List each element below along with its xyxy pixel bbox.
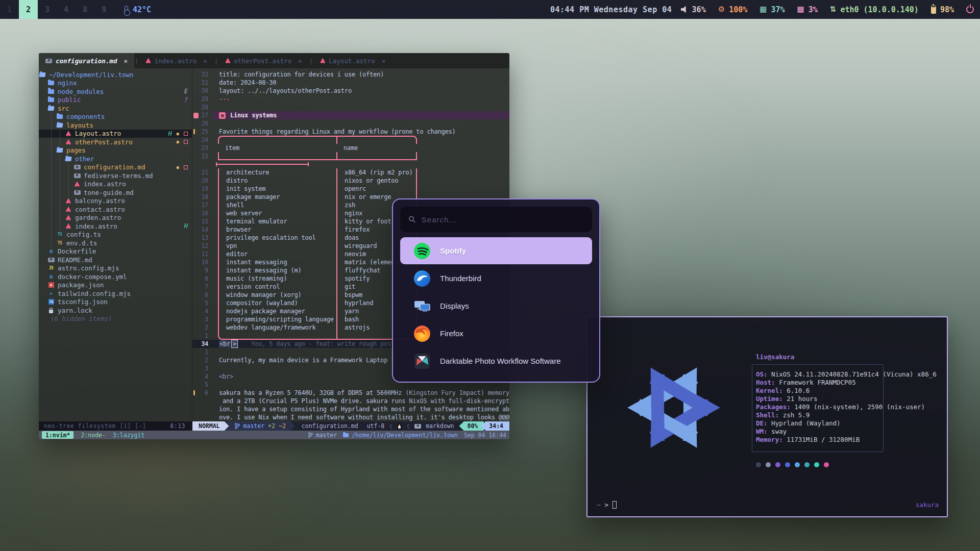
tree-item-other[interactable]: other bbox=[39, 155, 192, 163]
workspace-button-1[interactable]: 1 bbox=[0, 0, 19, 19]
astro-icon bbox=[65, 215, 72, 221]
workspace-button-2[interactable]: 2 bbox=[19, 0, 38, 19]
buffer-line[interactable]: 32title: configuration for devices i use… bbox=[192, 70, 509, 79]
network-module[interactable]: ⇅eth0 (10.0.0.140) bbox=[830, 5, 919, 14]
tree-item-index.astro[interactable]: index.astro bbox=[39, 180, 192, 189]
buffer-line[interactable]: 27▤Linux systems bbox=[192, 111, 509, 119]
tree-item-package.json[interactable]: npackage.json bbox=[39, 281, 192, 290]
neotree-file-panel[interactable]: ~/Development/liv.townnginxnode_modulesE… bbox=[39, 68, 192, 421]
indent-guide bbox=[47, 239, 56, 247]
tab-close-icon[interactable]: × bbox=[382, 57, 386, 65]
buffer-line[interactable]: 24 bbox=[192, 136, 509, 144]
line-number: 19 bbox=[192, 185, 213, 192]
tmux-window-lazygit[interactable]: 3:lazygit bbox=[113, 432, 144, 439]
workspace-button-8[interactable]: 8 bbox=[76, 0, 94, 19]
speaker-module[interactable]: 36% bbox=[681, 5, 706, 14]
fastfetch-terminal-window[interactable]: liv@sakura OS: NixOS 24.11.20240828.71e9… bbox=[586, 316, 948, 517]
launcher-item-firefox[interactable]: Firefox bbox=[400, 320, 592, 347]
line-text: sakura has a Ryzen 5 7640U, 32GB of DDR5… bbox=[213, 389, 509, 397]
launcher-item-spotify[interactable]: Spotify bbox=[400, 237, 592, 264]
fetch-row-os: OS: NixOS 24.11.20240828.71e91c4 (Vicuna… bbox=[756, 370, 937, 379]
power-module[interactable] bbox=[966, 6, 974, 13]
tree-item-pages[interactable]: pages bbox=[39, 146, 192, 155]
tree-item-astro.config.mjs[interactable]: JSastro.config.mjs bbox=[39, 264, 192, 273]
tab-otherPost.astro[interactable]: otherPost.astro× bbox=[218, 53, 308, 68]
tmux-window-node[interactable]: 2:node- bbox=[81, 432, 105, 439]
buffer-line[interactable]: 31date: 2024-08-30 bbox=[192, 79, 509, 87]
editor-tabline: Mconfiguration.md×|index.astro×|otherPos… bbox=[39, 53, 509, 68]
folder-icon bbox=[47, 88, 55, 94]
tree-item-config.ts[interactable]: TSconfig.ts bbox=[39, 231, 192, 239]
launcher-item-label: Darktable Photo Workflow Software bbox=[440, 357, 561, 365]
markdown-icon: M bbox=[45, 59, 52, 63]
tree-item-tone-guide.md[interactable]: Mtone-guide.md bbox=[39, 188, 192, 197]
launcher-item-displays[interactable]: Displays bbox=[400, 292, 592, 319]
buffer-line[interactable]: 22 bbox=[192, 152, 509, 160]
buffer-line[interactable]: 23itemname bbox=[192, 144, 509, 152]
gpu-module[interactable]: ▩3% bbox=[797, 5, 818, 14]
tree-item-node-modules[interactable]: node_modulesE bbox=[39, 87, 192, 96]
tree-item-env.d.ts[interactable]: TSenv.d.ts bbox=[39, 239, 192, 247]
tree-item-contact.astro[interactable]: contact.astro bbox=[39, 205, 192, 214]
buffer-line[interactable]: 20distronixos or gentoo bbox=[192, 177, 509, 185]
tree-item-tailwind.config.mjs[interactable]: ≈tailwind.config.mjs bbox=[39, 289, 192, 298]
launcher-search-input[interactable] bbox=[422, 215, 584, 224]
battery-module[interactable]: 98% bbox=[931, 5, 954, 14]
tree-item-Dockerfile[interactable]: ≋Dockerfile bbox=[39, 247, 192, 256]
workspace-button-3[interactable]: 3 bbox=[38, 0, 57, 19]
launcher-item-darktable[interactable]: Darktable Photo Workflow Software bbox=[400, 347, 592, 374]
line-number: 1 bbox=[192, 348, 213, 356]
tab-close-icon[interactable]: × bbox=[298, 57, 302, 65]
tree-item-src[interactable]: src bbox=[39, 104, 192, 113]
buffer-line[interactable]: 28 bbox=[192, 103, 509, 111]
tree-item-tsconfig.json[interactable]: TStsconfig.json bbox=[39, 298, 192, 307]
tree-item-index.astro[interactable]: index.astroH bbox=[39, 222, 192, 231]
tab-close-icon[interactable]: × bbox=[124, 57, 128, 65]
tree-item-otherPost.astro[interactable]: otherPost.astro● bbox=[39, 138, 192, 146]
tree-item-components[interactable]: components bbox=[39, 113, 192, 121]
buffer-line[interactable]: 26 bbox=[192, 119, 509, 128]
workspace-button-9[interactable]: 9 bbox=[94, 0, 113, 19]
tree-item--6-hidden-items-[interactable]: (6 hidden items) bbox=[39, 315, 192, 323]
buffer-line[interactable]: 29--- bbox=[192, 95, 509, 103]
tree-item-fediverse-terms.md[interactable]: Mfediverse-terms.md bbox=[39, 171, 192, 180]
tree-item-public[interactable]: public? bbox=[39, 96, 192, 105]
buffer-line[interactable]: ion. I have a setup consisting of Hyprla… bbox=[192, 405, 509, 413]
buffer-line[interactable]: 21architecturex86_64 (rip m2 pro) bbox=[192, 168, 509, 177]
tree-item-layouts[interactable]: layouts bbox=[39, 121, 192, 130]
tree-item-garden.astro[interactable]: garden.astro bbox=[39, 214, 192, 222]
tab-Layout.astro[interactable]: Layout.astro× bbox=[313, 53, 392, 68]
app-launcher[interactable]: SpotifyThunderbirdDisplaysFirefoxDarktab… bbox=[392, 198, 600, 383]
buffer-line[interactable]: 30layout: ../../layouts/otherPost.astro bbox=[192, 87, 509, 95]
tree-item-Layout.astro[interactable]: Layout.astroH● bbox=[39, 130, 192, 138]
tree-item-nginx[interactable]: nginx bbox=[39, 79, 192, 88]
buffer-line[interactable]: ove. I use Nix when I need software with… bbox=[192, 413, 509, 421]
tree-item-balcony.astro[interactable]: balcony.astro bbox=[39, 197, 192, 206]
launcher-item-thunderbird[interactable]: Thunderbird bbox=[400, 265, 592, 292]
temperature-widget[interactable]: 42°C bbox=[125, 5, 151, 14]
palette-dot bbox=[756, 462, 761, 467]
tree-item-README.md[interactable]: MREADME.md bbox=[39, 256, 192, 264]
statusline-filename: configuration.md bbox=[302, 422, 358, 430]
tree-item-yarn.lock[interactable]: yarn.lock bbox=[39, 306, 192, 315]
tree-item-docker-compose.yml[interactable]: ≋docker-compose.yml bbox=[39, 272, 192, 281]
tree-item-configuration.md[interactable]: Mconfiguration.md● bbox=[39, 163, 192, 172]
buffer-line[interactable] bbox=[192, 160, 509, 168]
clock[interactable]: 04:44 PM Wednesday Sep 04 bbox=[550, 0, 672, 19]
buffer-line[interactable]: 6sakura has a Ryzen 5 7640U, 32GB of DDR… bbox=[192, 389, 509, 397]
buffer-line[interactable]: and a 2TB (Crucial P5 Plus) NVMe drive. … bbox=[192, 397, 509, 405]
tab-close-icon[interactable]: × bbox=[203, 57, 207, 65]
line-text: Favorite things regarding Linux and my w… bbox=[213, 128, 509, 136]
tab-index.astro[interactable]: index.astro× bbox=[139, 53, 213, 68]
buffer-line[interactable]: 25Favorite things regarding Linux and my… bbox=[192, 128, 509, 136]
workspace-button-4[interactable]: 4 bbox=[57, 0, 76, 19]
tree-item---Development-liv.town[interactable]: ~/Development/liv.town bbox=[39, 70, 192, 79]
gear-module[interactable]: ⚙100% bbox=[718, 5, 748, 14]
cpu-module[interactable]: ▦37% bbox=[760, 5, 785, 14]
buffer-line[interactable]: 19init systemopenrc bbox=[192, 185, 509, 193]
tmux-window-nvim[interactable]: 1:nvim* bbox=[42, 431, 74, 439]
tab-configuration.md[interactable]: Mconfiguration.md× bbox=[39, 53, 134, 68]
launcher-search[interactable] bbox=[400, 207, 592, 232]
shell-prompt[interactable]: ~ > bbox=[597, 501, 617, 509]
folder-open-icon bbox=[56, 122, 63, 128]
